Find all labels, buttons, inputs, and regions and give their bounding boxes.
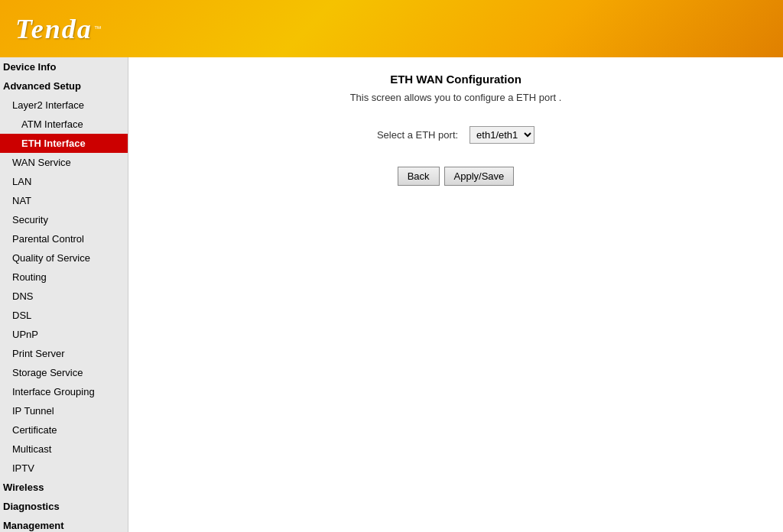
sidebar-item-routing[interactable]: Routing bbox=[0, 268, 128, 287]
sidebar-item-interface-grouping[interactable]: Interface Grouping bbox=[0, 382, 128, 401]
sidebar-item-lan[interactable]: LAN bbox=[0, 172, 128, 191]
sidebar-item-diagnostics[interactable]: Diagnostics bbox=[0, 497, 128, 516]
sidebar-item-print-server[interactable]: Print Server bbox=[0, 344, 128, 363]
sidebar-item-wan-service[interactable]: WAN Service bbox=[0, 153, 128, 172]
sidebar-item-management[interactable]: Management bbox=[0, 516, 128, 532]
sidebar-item-parental-control[interactable]: Parental Control bbox=[0, 229, 128, 248]
sidebar-item-storage-service[interactable]: Storage Service bbox=[0, 363, 128, 382]
logo-tm: ™ bbox=[94, 24, 102, 33]
eth-port-select[interactable]: eth1/eth1eth1/eth2eth1/eth3 bbox=[469, 126, 534, 144]
sidebar: Device InfoAdvanced SetupLayer2 Interfac… bbox=[0, 57, 128, 532]
sidebar-item-wireless[interactable]: Wireless bbox=[0, 478, 128, 497]
logo: Tenda bbox=[15, 13, 93, 45]
sidebar-item-eth-interface[interactable]: ETH Interface bbox=[0, 134, 128, 153]
page-description: This screen allows you to configure a ET… bbox=[350, 92, 562, 103]
sidebar-item-nat[interactable]: NAT bbox=[0, 191, 128, 210]
header: Tenda™ bbox=[0, 0, 783, 57]
sidebar-item-advanced-setup[interactable]: Advanced Setup bbox=[0, 76, 128, 96]
sidebar-item-layer2-interface[interactable]: Layer2 Interface bbox=[0, 96, 128, 115]
eth-port-label: Select a ETH port: bbox=[377, 129, 458, 141]
main-layout: Device InfoAdvanced SetupLayer2 Interfac… bbox=[0, 57, 783, 532]
page-title: ETH WAN Configuration bbox=[390, 73, 521, 86]
sidebar-item-upnp[interactable]: UPnP bbox=[0, 325, 128, 344]
sidebar-item-certificate[interactable]: Certificate bbox=[0, 420, 128, 440]
sidebar-item-ip-tunnel[interactable]: IP Tunnel bbox=[0, 401, 128, 420]
sidebar-item-multicast[interactable]: Multicast bbox=[0, 440, 128, 459]
sidebar-item-atm-interface[interactable]: ATM Interface bbox=[0, 115, 128, 134]
apply-save-button[interactable]: Apply/Save bbox=[444, 167, 515, 186]
sidebar-item-dsl[interactable]: DSL bbox=[0, 306, 128, 325]
back-button[interactable]: Back bbox=[398, 167, 440, 186]
sidebar-item-dns[interactable]: DNS bbox=[0, 287, 128, 306]
sidebar-item-quality-of-service[interactable]: Quality of Service bbox=[0, 248, 128, 268]
sidebar-item-security[interactable]: Security bbox=[0, 210, 128, 229]
eth-port-row: Select a ETH port: eth1/eth1eth1/eth2eth… bbox=[377, 126, 534, 144]
sidebar-item-device-info[interactable]: Device Info bbox=[0, 57, 128, 76]
content-area: ETH WAN Configuration This screen allows… bbox=[128, 57, 783, 532]
button-row: Back Apply/Save bbox=[398, 167, 515, 186]
sidebar-item-iptv[interactable]: IPTV bbox=[0, 459, 128, 478]
